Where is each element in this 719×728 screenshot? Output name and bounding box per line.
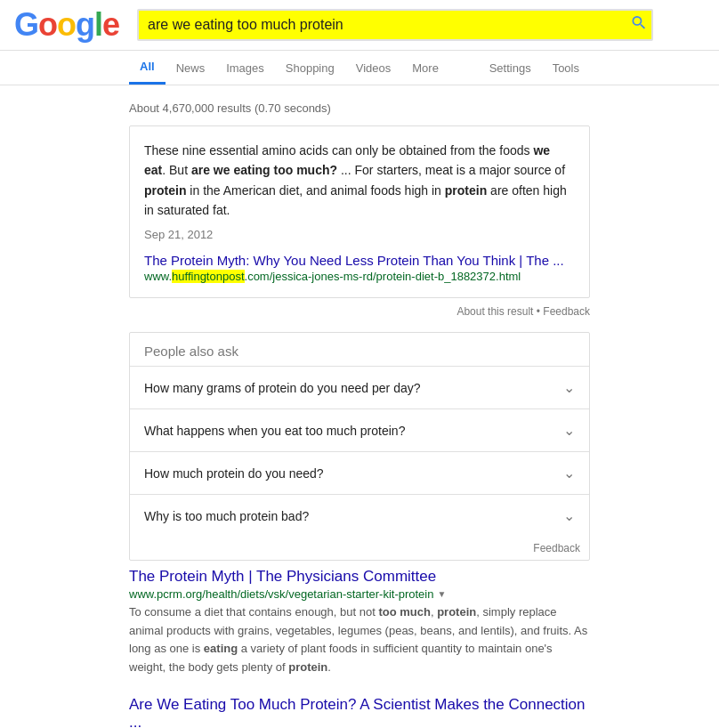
paa-title: People also ask xyxy=(130,333,589,366)
tab-all[interactable]: All xyxy=(129,51,166,85)
paa-question-3: Why is too much protein bad? xyxy=(144,509,309,523)
result-item-1: Are We Eating Too Much Protein? A Scient… xyxy=(129,696,590,728)
featured-url-highlight: huffingtonpost xyxy=(172,270,244,283)
nav-tabs: All News Images Shopping Videos More Set… xyxy=(0,51,719,85)
results-area: About 4,670,000 results (0.70 seconds) T… xyxy=(0,85,719,728)
search-input[interactable] xyxy=(137,9,653,41)
result-link-1[interactable]: Are We Eating Too Much Protein? A Scient… xyxy=(129,696,586,728)
result-link-0[interactable]: The Protein Myth | The Physicians Commit… xyxy=(129,568,436,585)
result-title-1: Are We Eating Too Much Protein? A Scient… xyxy=(129,696,590,728)
logo-g2: g xyxy=(76,6,94,43)
chevron-down-icon-3: ⌄ xyxy=(563,507,575,524)
chevron-down-icon-2: ⌄ xyxy=(563,465,575,481)
nav-right: Settings Tools xyxy=(479,53,590,84)
featured-snippet-box: These nine essential amino acids can onl… xyxy=(129,125,590,298)
header: Google xyxy=(0,0,719,51)
results-count: About 4,670,000 results (0.70 seconds) xyxy=(129,94,590,125)
paa-feedback-link[interactable]: Feedback xyxy=(533,542,580,554)
logo-o1: o xyxy=(38,6,57,43)
search-icon xyxy=(630,14,648,32)
chevron-down-icon-1: ⌄ xyxy=(563,422,575,439)
dropdown-arrow-icon-0: ▼ xyxy=(437,589,446,599)
logo-l: l xyxy=(94,6,102,43)
featured-text-3: ... For starters, meat is a major source… xyxy=(337,163,565,177)
featured-text-bold-2: are we eating too much? xyxy=(191,163,337,177)
snippet-bold-0-2: protein xyxy=(437,605,476,619)
result-url-0: www.pcrm.org/health/diets/vsk/vegetarian… xyxy=(129,587,590,601)
paa-question-1: What happens when you eat too much prote… xyxy=(144,424,405,438)
tab-news[interactable]: News xyxy=(166,53,216,84)
tab-videos[interactable]: Videos xyxy=(345,53,402,84)
search-bar-container xyxy=(137,9,705,41)
paa-item-3[interactable]: Why is too much protein bad? ⌄ xyxy=(130,494,589,537)
result-snippet-0: To consume a diet that contains enough, … xyxy=(129,603,590,676)
tab-settings[interactable]: Settings xyxy=(479,53,542,84)
chevron-down-icon-0: ⌄ xyxy=(563,379,575,396)
tab-images[interactable]: Images xyxy=(215,53,275,84)
featured-text-2: . But xyxy=(162,163,191,177)
paa-item-1[interactable]: What happens when you eat too much prote… xyxy=(130,408,589,451)
search-button[interactable] xyxy=(630,14,648,36)
about-result-link[interactable]: About this result xyxy=(456,305,533,318)
tab-shopping[interactable]: Shopping xyxy=(275,53,345,84)
paa-question-2: How much protein do you need? xyxy=(144,466,324,481)
featured-link: The Protein Myth: Why You Need Less Prot… xyxy=(144,253,575,283)
result-url-text-0: www.pcrm.org/health/diets/vsk/vegetarian… xyxy=(129,587,433,601)
featured-feedback-link[interactable]: Feedback xyxy=(543,305,590,318)
paa-item-2[interactable]: How much protein do you need? ⌄ xyxy=(130,451,589,494)
google-logo: Google xyxy=(14,9,119,41)
snippet-text-0-1: To consume a diet that contains enough, … xyxy=(129,605,378,619)
people-also-ask-box: People also ask How many grams of protei… xyxy=(129,332,590,561)
paa-item-0[interactable]: How many grams of protein do you need pe… xyxy=(130,366,589,408)
featured-snippet-text: These nine essential amino acids can onl… xyxy=(144,141,575,244)
logo-e: e xyxy=(102,6,119,43)
featured-feedback-line: About this result • Feedback xyxy=(129,305,590,318)
tab-tools[interactable]: Tools xyxy=(542,53,590,84)
tab-more[interactable]: More xyxy=(401,53,449,84)
snippet-text-0-5: . xyxy=(327,660,331,674)
result-title-0: The Protein Myth | The Physicians Commit… xyxy=(129,568,590,586)
paa-question-0: How many grams of protein do you need pe… xyxy=(144,381,421,395)
featured-text-4: in the American diet, and animal foods h… xyxy=(186,183,444,198)
snippet-bold-0-1: too much xyxy=(378,605,431,619)
featured-text-1: These nine essential amino acids can onl… xyxy=(144,143,533,158)
featured-text-bold-4: protein xyxy=(445,183,487,198)
logo-o2: o xyxy=(57,6,76,43)
snippet-bold-0-4: protein xyxy=(288,660,327,674)
result-item-0: The Protein Myth | The Physicians Commit… xyxy=(129,568,590,676)
featured-date: Sep 21, 2012 xyxy=(144,226,575,245)
featured-text-bold-3: protein xyxy=(144,183,186,198)
featured-url: www.huffingtonpost.com/jessica-jones-ms-… xyxy=(144,270,575,283)
snippet-bold-0-3: eating xyxy=(204,642,238,655)
paa-feedback-line: Feedback xyxy=(130,537,589,560)
featured-title-link[interactable]: The Protein Myth: Why You Need Less Prot… xyxy=(144,253,564,268)
logo-g: G xyxy=(14,6,38,43)
